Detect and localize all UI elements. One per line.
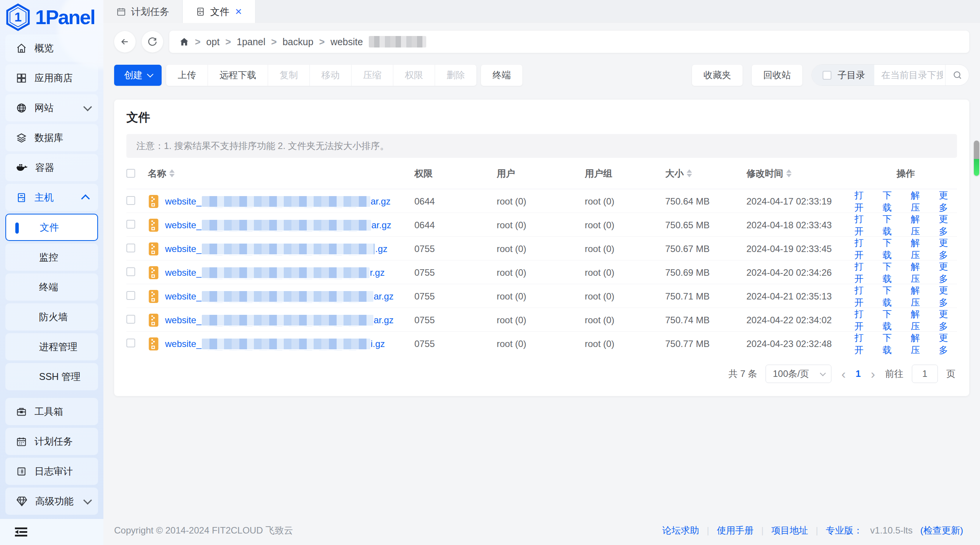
recycle-bin-button[interactable]: 回收站 [752, 65, 802, 86]
goto-page-input[interactable] [912, 365, 938, 383]
next-page-button[interactable]: › [869, 367, 877, 381]
file-name-link[interactable]: website_ar.gz [165, 315, 394, 326]
file-name-link[interactable]: website_r.gz [165, 267, 384, 278]
refresh-button[interactable] [142, 31, 163, 52]
1panel-app: 1 1Panel 概览 应用商店 网站 数据库 [0, 0, 980, 545]
row-checkbox[interactable] [126, 339, 135, 347]
chevron-down-icon [820, 370, 826, 376]
more-action[interactable]: 更多 [939, 284, 957, 309]
back-button[interactable] [114, 31, 136, 52]
header-mtime[interactable]: 修改时间 [746, 167, 854, 180]
sort-icon[interactable] [169, 169, 175, 177]
file-name-link[interactable]: website_ar.gz [165, 196, 391, 207]
sidebar-item-label: 计划任务 [34, 435, 90, 448]
sidebar-subitem-ssh[interactable]: SSH 管理 [5, 363, 98, 390]
more-action[interactable]: 更多 [939, 332, 957, 356]
terminal-button[interactable]: 终端 [481, 65, 522, 86]
decompress-action[interactable]: 解压 [911, 260, 929, 285]
breadcrumb-segment[interactable]: website [330, 36, 363, 47]
file-name-link[interactable]: website_.gz [165, 244, 388, 254]
collapse-sidebar-icon[interactable] [14, 526, 28, 538]
check-update-link[interactable]: (检查更新) [920, 524, 963, 537]
download-action[interactable]: 下载 [883, 237, 901, 261]
sort-icon[interactable] [786, 169, 792, 177]
row-checkbox[interactable] [126, 244, 135, 252]
row-checkbox[interactable] [126, 196, 135, 205]
project-link[interactable]: 项目地址 [771, 524, 808, 537]
row-checkbox[interactable] [126, 267, 135, 276]
sidebar-item-host[interactable]: 主机 [5, 184, 98, 211]
upload-button[interactable]: 上传 [166, 65, 208, 86]
tab-cron[interactable]: 计划任务 [103, 0, 183, 23]
file-name-link[interactable]: website_ar.gz [165, 220, 391, 231]
open-action[interactable]: 打开 [854, 213, 873, 237]
open-action[interactable]: 打开 [854, 308, 873, 332]
search-button[interactable] [945, 65, 969, 85]
more-action[interactable]: 更多 [939, 260, 957, 285]
file-name-link[interactable]: website_i.gz [165, 339, 385, 349]
download-action[interactable]: 下载 [883, 308, 901, 332]
sidebar-item-toolbox[interactable]: 工具箱 [5, 398, 98, 425]
decompress-action[interactable]: 解压 [911, 189, 929, 214]
sidebar-subitem-process[interactable]: 进程管理 [5, 333, 98, 360]
favorites-button[interactable]: 收藏夹 [692, 65, 743, 86]
decompress-action[interactable]: 解压 [911, 237, 929, 261]
close-tab-icon[interactable]: × [235, 6, 242, 17]
subdirectory-checkbox[interactable] [823, 71, 831, 80]
sidebar-item-logs[interactable]: 日志审计 [5, 458, 98, 485]
file-name-link[interactable]: website_ar.gz [165, 291, 394, 302]
more-action[interactable]: 更多 [939, 308, 957, 332]
sidebar-item-cron[interactable]: 计划任务 [5, 428, 98, 455]
header-size[interactable]: 大小 [665, 167, 746, 180]
create-button[interactable]: 创建 [114, 65, 162, 86]
row-checkbox[interactable] [126, 291, 135, 300]
decompress-action[interactable]: 解压 [911, 284, 929, 309]
remote-download-button[interactable]: 远程下载 [208, 65, 268, 86]
download-action[interactable]: 下载 [883, 284, 901, 309]
select-all-checkbox[interactable] [126, 169, 135, 178]
search-input[interactable] [874, 65, 945, 85]
home-icon[interactable] [179, 37, 189, 47]
manual-link[interactable]: 使用手册 [717, 524, 754, 537]
open-action[interactable]: 打开 [854, 332, 873, 356]
row-checkbox[interactable] [126, 315, 135, 324]
sidebar-item-overview[interactable]: 概览 [5, 34, 98, 62]
forum-help-link[interactable]: 论坛求助 [663, 524, 699, 537]
decompress-action[interactable]: 解压 [911, 308, 929, 332]
sidebar-item-website[interactable]: 网站 [5, 94, 98, 121]
decompress-action[interactable]: 解压 [911, 213, 929, 237]
sidebar-item-database[interactable]: 数据库 [5, 124, 98, 151]
current-page[interactable]: 1 [856, 368, 861, 379]
breadcrumb-segment[interactable]: opt [206, 36, 220, 47]
cell-actions: 打开 下载 解压 更多 [854, 308, 957, 332]
more-action[interactable]: 更多 [939, 237, 957, 261]
open-action[interactable]: 打开 [854, 284, 873, 309]
more-action[interactable]: 更多 [939, 213, 957, 237]
download-action[interactable]: 下载 [883, 213, 901, 237]
download-action[interactable]: 下载 [883, 332, 901, 356]
download-action[interactable]: 下载 [883, 189, 901, 214]
header-name[interactable]: 名称 [148, 167, 414, 180]
more-action[interactable]: 更多 [939, 189, 957, 214]
row-checkbox[interactable] [126, 220, 135, 229]
sort-icon[interactable] [687, 169, 692, 177]
sidebar-item-pro[interactable]: 高级功能 [5, 488, 98, 515]
page-size-select[interactable]: 100条/页 [766, 365, 831, 383]
open-action[interactable]: 打开 [854, 260, 873, 285]
download-action[interactable]: 下载 [883, 260, 901, 285]
cell-mtime: 2024-04-17 02:33:19 [746, 196, 854, 207]
scrollbar-thumb[interactable] [974, 141, 979, 176]
breadcrumb-segment[interactable]: backup [283, 36, 314, 47]
decompress-action[interactable]: 解压 [911, 332, 929, 356]
sidebar-subitem-monitor[interactable]: 监控 [5, 244, 98, 271]
sidebar-subitem-firewall[interactable]: 防火墙 [5, 303, 98, 331]
sidebar-subitem-files[interactable]: 文件 [5, 214, 98, 241]
sidebar-item-app-store[interactable]: 应用商店 [5, 64, 98, 92]
sidebar-subitem-terminal[interactable]: 终端 [5, 273, 98, 301]
open-action[interactable]: 打开 [854, 189, 873, 214]
sidebar-item-container[interactable]: 容器 [5, 154, 98, 181]
breadcrumb-segment[interactable]: 1panel [237, 36, 265, 47]
prev-page-button[interactable]: ‹ [840, 367, 847, 381]
open-action[interactable]: 打开 [854, 237, 873, 261]
tab-files[interactable]: 文件 × [183, 0, 255, 23]
